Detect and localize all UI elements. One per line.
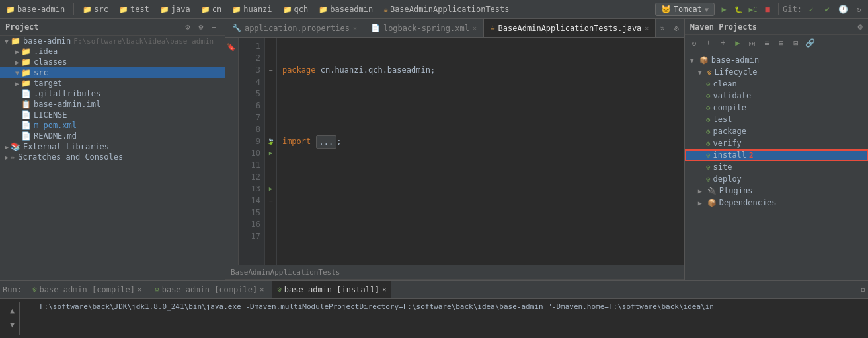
maven-run-btn[interactable]: ▶ — [731, 36, 744, 50]
tab-base-admin-tests[interactable]: ☕ BaseAdminApplicationTests.java ✕ — [484, 19, 656, 37]
tree-license[interactable]: 📄 LICENSE — [0, 110, 225, 120]
bottom-tab-compile-2[interactable]: ⚙ base-admin [compile] ✕ — [149, 281, 269, 298]
console-down-icon[interactable]: ▼ — [7, 319, 19, 331]
readme-label: README.md — [34, 131, 77, 141]
tree-src[interactable]: ▼ 📁 src — [0, 67, 225, 78]
close-app-props-icon[interactable]: ✕ — [353, 24, 357, 32]
editor-area: 🔧 application.properties ✕ 📄 logback-spr… — [225, 19, 684, 280]
maven-add-btn[interactable]: + — [717, 36, 730, 50]
maven-verify[interactable]: ⚙ verify — [685, 137, 868, 149]
run-button[interactable]: ▶ — [717, 3, 730, 16]
refresh-icon[interactable]: ↻ — [852, 3, 865, 16]
maven-clean[interactable]: ⚙ clean — [685, 78, 868, 90]
clean-icon: ⚙ — [706, 80, 711, 88]
cn-label: cn — [212, 5, 221, 14]
fold-import-icon[interactable]: − — [268, 67, 272, 74]
tree-classes[interactable]: ▶ 📁 classes — [0, 57, 225, 67]
tree-ext-libs[interactable]: ▶ 📚 External Libraries — [0, 141, 225, 152]
stop-button[interactable]: ■ — [761, 3, 774, 16]
close-tests-icon[interactable]: ✕ — [645, 24, 649, 32]
maven-lifecycle[interactable]: ▼ ⚙ Lifecycle — [685, 66, 868, 78]
cn-breadcrumb[interactable]: 📁 cn — [198, 3, 225, 15]
tab-application-properties[interactable]: 🔧 application.properties ✕ — [225, 19, 364, 37]
maven-site[interactable]: ⚙ site — [685, 161, 868, 173]
tree-pom[interactable]: 📄 m pom.xml — [0, 120, 225, 131]
compile1-close-icon[interactable]: ✕ — [138, 286, 141, 293]
maven-root[interactable]: ▼ 📦 base-admin — [685, 54, 868, 66]
maven-dependencies[interactable]: ▶ 📦 Dependencies — [685, 197, 868, 209]
tree-root[interactable]: ▼ 📁 base-admin F:\software\back\idea\bas… — [0, 36, 225, 46]
package-icon: ⚙ — [706, 127, 711, 136]
maven-refresh-btn[interactable]: ↻ — [688, 36, 701, 50]
tab-logback[interactable]: 📄 logback-spring.xml ✕ — [364, 19, 484, 37]
scratches-label: Scratches and Consoles — [18, 152, 123, 162]
maven-download-btn[interactable]: ⬇ — [702, 36, 715, 50]
console-line-1: F:\software\back\JDK\jdk1.8.0_241\bin\ja… — [40, 302, 714, 312]
bottom-tab-install[interactable]: ⚙ base-admin [install] ✕ — [272, 281, 391, 298]
tomcat-icon: 🐱 — [661, 5, 671, 14]
bottom-settings-icon[interactable]: ⚙ — [861, 285, 865, 294]
ext-libs-arrow: ▶ — [3, 143, 11, 151]
tree-readme[interactable]: 📄 README.md — [0, 131, 225, 141]
bookmark-icon[interactable]: 🔖 — [226, 42, 237, 52]
close-logback-icon[interactable]: ✕ — [473, 24, 477, 32]
huanzi-breadcrumb[interactable]: 📁 huanzi — [229, 3, 275, 15]
console-up-icon[interactable]: ▲ — [7, 304, 19, 316]
main-content: Project ⚙ ⚙ − ▼ 📁 base-admin F:\software… — [0, 19, 868, 280]
package-label: package — [713, 127, 746, 136]
tree-gitattributes[interactable]: 📄 .gitattributes — [0, 88, 225, 99]
git-commit-icon[interactable]: ✓ — [805, 3, 818, 16]
test-breadcrumb[interactable]: 📁 test — [116, 3, 153, 15]
base-admin-breadcrumb[interactable]: 📁 base-admin — [3, 3, 68, 15]
pom-icon: 📄 — [21, 121, 31, 130]
tab-overflow-button[interactable]: » — [656, 24, 668, 33]
code-line-6 — [282, 244, 679, 255]
editor-gear-icon[interactable]: ⚙ — [669, 24, 684, 33]
maven-validate[interactable]: ⚙ validate — [685, 90, 868, 102]
run-class-icon[interactable]: ▶ — [269, 150, 272, 156]
maven-collapse-btn[interactable]: ⊟ — [789, 36, 803, 50]
tree-target[interactable]: ▶ 📁 target — [0, 78, 225, 88]
tree-iml[interactable]: 📋 base-admin.iml — [0, 99, 225, 110]
java-file-icon: ☕ — [383, 5, 388, 14]
sidebar-gear-icon[interactable]: ⚙ — [196, 22, 206, 32]
maven-deploy[interactable]: ⚙ deploy — [685, 173, 868, 185]
install-close-icon[interactable]: ✕ — [382, 286, 386, 293]
tree-idea[interactable]: ▶ 📁 .idea — [0, 46, 225, 57]
tests-breadcrumb[interactable]: ☕ BaseAdminApplicationTests — [380, 3, 512, 15]
run-method-icon[interactable]: ▶ — [269, 186, 272, 192]
debug-button[interactable]: 🐛 — [732, 3, 745, 16]
maven-plugins[interactable]: ▶ 🔌 Plugins — [685, 185, 868, 197]
java-breadcrumb[interactable]: 📁 java — [157, 3, 194, 15]
maven-settings-icon[interactable]: ⚙ — [857, 22, 863, 32]
sidebar-settings-icon[interactable]: ⚙ — [182, 22, 193, 32]
maven-link-btn[interactable]: 🔗 — [804, 36, 817, 50]
scratches-arrow: ▶ — [3, 154, 11, 161]
maven-cols-btn[interactable]: ≡ — [760, 36, 773, 50]
fold-method-icon[interactable]: − — [268, 197, 272, 205]
target-icon: 📁 — [21, 79, 31, 88]
console-area: ▲ ▼ F:\software\back\JDK\jdk1.8.0_241\bi… — [0, 298, 868, 338]
maven-expand-btn[interactable]: ⊞ — [775, 36, 788, 50]
git-check-icon[interactable]: ✔ — [820, 3, 834, 16]
maven-test[interactable]: ⚙ test — [685, 114, 868, 125]
run-coverage-button[interactable]: ▶C — [746, 3, 760, 16]
deps-icon: 📦 — [707, 199, 717, 207]
history-icon[interactable]: 🕐 — [836, 3, 849, 16]
compile2-close-icon[interactable]: ✕ — [260, 286, 264, 293]
maven-skip-btn[interactable]: ⏭ — [746, 36, 759, 50]
sidebar-minimize-icon[interactable]: − — [209, 22, 219, 32]
test-icon: ⚙ — [706, 116, 711, 124]
compile2-label: base-admin [compile] — [162, 285, 258, 294]
maven-tree: ▼ 📦 base-admin ▼ ⚙ Lifecycle ⚙ clean ⚙ — [685, 51, 868, 280]
code-content[interactable]: package cn.huanzi.qch.baseadmin; import … — [277, 38, 684, 265]
bottom-tab-compile-1[interactable]: ⚙ base-admin [compile] ✕ — [27, 281, 147, 298]
tomcat-button[interactable]: 🐱 Tomcat ▼ — [655, 3, 715, 16]
qch-breadcrumb[interactable]: 📁 qch — [280, 3, 312, 15]
src-breadcrumb[interactable]: 📁 src — [79, 3, 112, 15]
maven-install[interactable]: ⚙ install 2 — [685, 149, 868, 161]
baseadmin-breadcrumb[interactable]: 📁 baseadmin — [315, 3, 376, 15]
maven-package[interactable]: ⚙ package — [685, 125, 868, 137]
maven-compile[interactable]: ⚙ compile — [685, 102, 868, 114]
tree-scratches[interactable]: ▶ ✏️ Scratches and Consoles — [0, 152, 225, 162]
